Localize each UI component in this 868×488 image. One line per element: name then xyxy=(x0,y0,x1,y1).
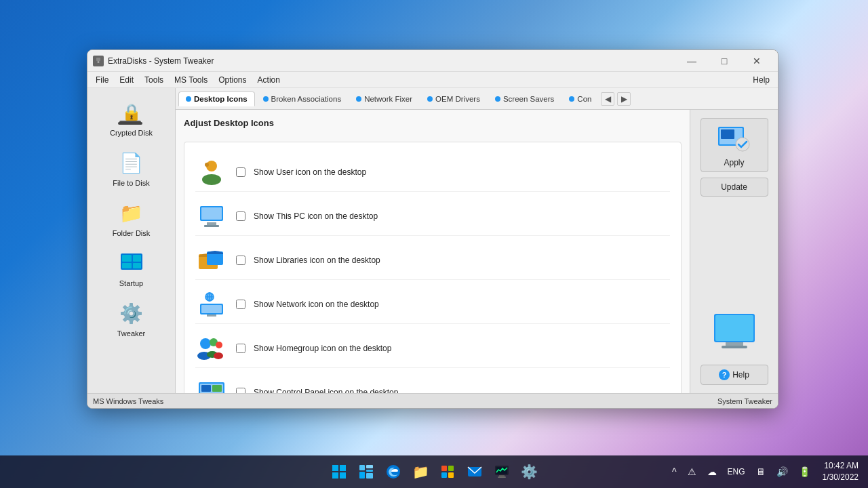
panel-box: Show User icon on the desktop xyxy=(184,142,682,393)
taskbar-tray-sound[interactable]: 🔊 xyxy=(774,465,791,479)
svg-rect-59 xyxy=(448,472,454,478)
svg-rect-1 xyxy=(96,58,100,61)
svg-rect-34 xyxy=(201,385,211,392)
svg-rect-7 xyxy=(133,255,141,262)
sidebar-item-startup[interactable]: Startup xyxy=(90,244,172,293)
tweaker-icon: ⚙️ xyxy=(115,300,148,327)
svg-rect-8 xyxy=(122,263,132,268)
update-button[interactable]: Update xyxy=(701,178,768,197)
sidebar-item-startup-label: Startup xyxy=(119,279,143,287)
tab-con[interactable]: Con xyxy=(562,92,598,106)
maximize-button[interactable]: □ xyxy=(709,50,740,72)
taskbar-start[interactable] xyxy=(327,460,351,484)
user-icon xyxy=(195,159,228,186)
taskbar-tray-cloud[interactable]: ☁ xyxy=(705,465,719,479)
tab-dot-oem-drivers xyxy=(427,96,433,102)
svg-rect-52 xyxy=(366,470,373,472)
svg-rect-46 xyxy=(332,465,338,471)
svg-rect-56 xyxy=(441,466,447,471)
tab-oem-drivers[interactable]: OEM Drivers xyxy=(420,92,487,106)
menu-edit[interactable]: Edit xyxy=(114,74,139,86)
network-icon xyxy=(195,291,228,318)
sidebar-item-tweaker[interactable]: ⚙️ Tweaker xyxy=(90,294,172,343)
tab-nav-prev[interactable]: ◀ xyxy=(601,92,614,106)
help-button[interactable]: ? Help xyxy=(701,365,768,385)
taskbar-edge[interactable] xyxy=(381,460,406,484)
main-panel: Desktop Icons Broken Associations Networ… xyxy=(176,88,778,393)
svg-point-12 xyxy=(205,163,209,167)
tab-dot-screen-savers xyxy=(495,96,500,102)
panel-area: Adjust Desktop Icons xyxy=(176,110,690,393)
homegroup-icon xyxy=(195,335,228,362)
checkbox-row-controlpanel-icon: Show Control Panel icon on the desktop xyxy=(195,373,670,393)
tab-broken-associations[interactable]: Broken Associations xyxy=(256,92,349,106)
checkbox-controlpanel-icon[interactable] xyxy=(236,388,245,393)
statusbar-right: System Tweaker xyxy=(717,397,772,405)
taskbar-files[interactable]: 📁 xyxy=(408,460,433,484)
sidebar-item-file-to-disk[interactable]: 📄 File to Disk xyxy=(90,144,172,192)
checkbox-row-libraries-icon: Show Libraries icon on the desktop xyxy=(195,241,670,280)
thispc-icon xyxy=(195,203,228,230)
content-area: 🔒 Crypted Disk 📄 File to Disk 📁 xyxy=(87,88,778,393)
menu-action[interactable]: Action xyxy=(252,74,285,86)
taskbar-monitor-app[interactable] xyxy=(490,460,514,484)
checkbox-homegroup-icon[interactable] xyxy=(236,344,245,353)
tab-dot-network-fixer xyxy=(356,96,361,102)
svg-point-31 xyxy=(214,352,223,359)
svg-point-26 xyxy=(200,338,211,349)
checkbox-libraries-icon[interactable] xyxy=(236,256,245,265)
svg-rect-35 xyxy=(212,385,222,392)
sidebar-item-tweaker-label: Tweaker xyxy=(117,329,146,338)
taskbar-tray-battery[interactable]: 🔋 xyxy=(796,465,813,479)
apply-button[interactable]: Apply xyxy=(701,118,768,172)
svg-rect-43 xyxy=(715,315,753,341)
main-window: ExtraDisks - System Tweaker ― □ ✕ File E… xyxy=(87,49,778,409)
label-homegroup-icon: Show Homegroup icon on the desktop xyxy=(254,344,391,353)
svg-rect-6 xyxy=(122,255,132,262)
checkbox-thispc-icon[interactable] xyxy=(236,211,245,221)
svg-rect-53 xyxy=(359,472,365,479)
svg-rect-58 xyxy=(441,472,447,478)
label-thispc-icon: Show This PC icon on the desktop xyxy=(254,211,378,221)
svg-rect-20 xyxy=(201,305,222,313)
taskbar-settings[interactable]: ⚙️ xyxy=(517,460,541,484)
taskbar-mail[interactable] xyxy=(462,460,487,484)
checkbox-user-icon[interactable] xyxy=(236,167,245,177)
svg-point-2 xyxy=(98,61,100,63)
taskbar-tray-display[interactable]: 🖥 xyxy=(753,465,768,479)
help-button-label: Help xyxy=(732,370,749,380)
menu-help[interactable]: Help xyxy=(747,74,775,86)
menu-file[interactable]: File xyxy=(90,74,114,86)
tabs-bar: Desktop Icons Broken Associations Networ… xyxy=(176,88,778,110)
taskbar-widgets[interactable] xyxy=(354,460,378,484)
sidebar-item-crypted-disk[interactable]: 🔒 Crypted Disk xyxy=(90,94,172,142)
taskbar-clock-date: 1/30/2022 xyxy=(823,472,859,483)
svg-rect-15 xyxy=(207,222,216,225)
menu-options[interactable]: Options xyxy=(213,74,252,86)
svg-rect-9 xyxy=(133,263,141,268)
right-panel: Apply Update ? xyxy=(690,110,778,393)
sidebar-item-folder-disk[interactable]: 📁 Folder Disk xyxy=(90,194,172,243)
menu-mstools[interactable]: MS Tools xyxy=(169,74,213,86)
label-network-icon: Show Network icon on the desktop xyxy=(254,300,379,309)
apply-icon xyxy=(715,123,753,155)
svg-rect-64 xyxy=(498,476,506,478)
window-title: ExtraDisks - System Tweaker xyxy=(108,56,676,66)
menu-tools[interactable]: Tools xyxy=(139,74,169,86)
close-button[interactable]: ✕ xyxy=(741,50,772,72)
tab-screen-savers[interactable]: Screen Savers xyxy=(488,92,561,106)
tab-desktop-icons[interactable]: Desktop Icons xyxy=(178,92,255,106)
checkbox-network-icon[interactable] xyxy=(236,300,245,309)
monitor-display xyxy=(711,311,758,354)
taskbar-tray-warning[interactable]: ⚠ xyxy=(685,465,699,479)
statusbar: MS Windows Tweaks System Tweaker xyxy=(87,393,778,408)
svg-rect-14 xyxy=(201,207,222,220)
tab-nav-next[interactable]: ▶ xyxy=(617,92,631,106)
sidebar-item-folder-disk-label: Folder Disk xyxy=(113,229,151,237)
taskbar-clock[interactable]: 10:42 AM 1/30/2022 xyxy=(818,459,863,485)
taskbar-store[interactable] xyxy=(435,460,460,484)
taskbar-tray-chevron[interactable]: ^ xyxy=(669,465,679,479)
taskbar-lang[interactable]: ENG xyxy=(725,466,748,478)
tab-network-fixer[interactable]: Network Fixer xyxy=(349,92,419,106)
minimize-button[interactable]: ― xyxy=(676,50,707,72)
